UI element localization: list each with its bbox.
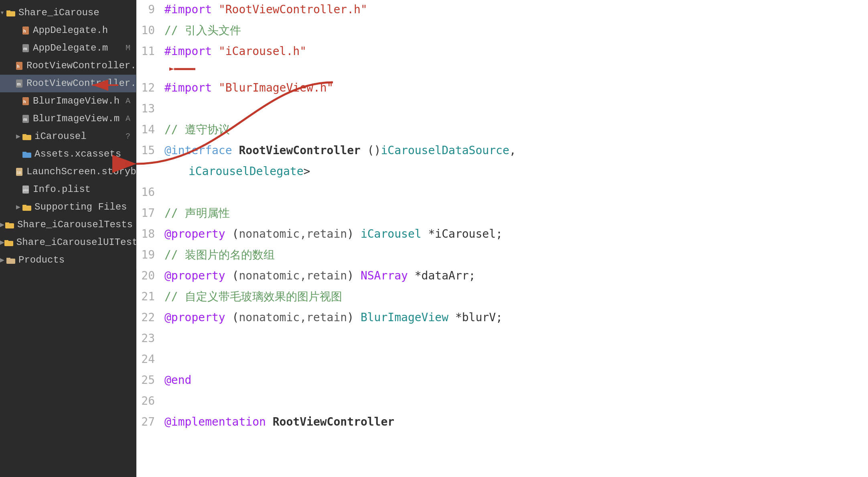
svg-text:m: m: [17, 82, 21, 86]
line-content: // 引入头文件: [164, 22, 868, 39]
file-icon-m3: m: [22, 115, 30, 123]
line-number: 13: [136, 100, 164, 117]
line-content: #import "BlurImageView.h": [164, 79, 868, 96]
line-number: 22: [136, 309, 164, 326]
line-number: 26: [136, 392, 164, 410]
code-line-25: 25 @end: [136, 371, 868, 391]
folder-icon-tests: [5, 221, 14, 228]
file-icon-h3: h: [22, 97, 30, 105]
file-icon-h2: h: [16, 62, 23, 70]
folder-icon-supporting: [22, 204, 31, 211]
line-number: 24: [136, 351, 164, 368]
sidebar-label: Share_iCarouse: [18, 6, 99, 20]
code-line-19: 19 // 装图片的名的数组: [136, 245, 868, 266]
line-number: 25: [136, 371, 164, 389]
sidebar-label: AppDelegate.m: [33, 41, 108, 55]
svg-rect-29: [6, 258, 10, 259]
svg-text:SB: SB: [16, 171, 21, 175]
folder-icon-products: [6, 257, 15, 264]
line-number: 16: [136, 183, 164, 201]
sidebar-label: RootViewController.m: [26, 76, 136, 91]
sidebar-item-assets[interactable]: Assets.xcassets: [0, 145, 136, 163]
line-number: 23: [136, 330, 164, 347]
sidebar-item-products[interactable]: ▶ Products: [0, 251, 136, 269]
disclosure-icarousel: ▶: [16, 131, 22, 142]
svg-rect-1: [6, 10, 10, 12]
code-line-16: 16: [136, 183, 868, 204]
sidebar-label: Share_iCarouselUITests: [16, 235, 136, 250]
line-number: 27: [136, 413, 164, 430]
line-content: @property (nonatomic,retain) NSArray *da…: [164, 267, 868, 284]
file-icon-h: h: [22, 26, 30, 35]
disclosure-tests: ▶: [0, 220, 5, 230]
svg-text:h: h: [23, 99, 26, 104]
sidebar-label: Assets.xcassets: [34, 147, 121, 161]
folder-icon-yellow: [6, 9, 15, 16]
sidebar-item-share-icarousel[interactable]: ▾ Share_iCarouse: [0, 4, 136, 22]
sidebar-label: Share_iCarouselTests: [17, 218, 133, 232]
code-line-18: 18 @property (nonatomic,retain) iCarouse…: [136, 224, 868, 245]
sidebar-label: Supporting Files: [34, 200, 127, 214]
badge-a3: A: [126, 95, 133, 107]
line-number: 12: [136, 79, 164, 96]
code-line-27: 27 @implementation RootViewController: [136, 412, 868, 433]
svg-text:plist: plist: [23, 188, 29, 192]
code-line-10: 10 // 引入头文件: [136, 21, 868, 42]
sidebar-item-blurimageview-m[interactable]: m BlurImageView.m A: [0, 110, 136, 128]
folder-icon-blue: [22, 151, 31, 158]
line-number: 17: [136, 204, 164, 222]
sidebar-item-appdelegate-h[interactable]: h AppDelegate.h: [0, 22, 136, 39]
file-icon-plist: plist: [22, 186, 30, 194]
sidebar-label: iCarousel: [34, 129, 87, 144]
sidebar-item-icarousel[interactable]: ▶ iCarousel ?: [0, 128, 136, 145]
sidebar-label: BlurImageView.h: [33, 94, 120, 108]
sidebar-item-appdelegate-m[interactable]: m AppDelegate.m M: [0, 39, 136, 57]
disclosure-supporting: ▶: [16, 202, 22, 213]
line-content: @end: [164, 371, 868, 389]
code-line-23: 23: [136, 329, 868, 350]
line-number: 21: [136, 288, 164, 305]
sidebar-item-rootviewcontroller-m[interactable]: m RootViewController.m A: [0, 75, 136, 92]
folder-icon-icarousel: [22, 133, 31, 140]
line-content: // 遵守协议: [164, 121, 868, 138]
file-icon-m2: m: [16, 80, 23, 88]
code-line-26: 26: [136, 391, 868, 412]
line-content: #import "RootViewController.h": [164, 1, 868, 18]
folder-icon-uitests: [4, 239, 13, 246]
disclosure-products: ▶: [0, 255, 6, 266]
sidebar-label: RootViewController.h: [26, 59, 136, 73]
line-number: 14: [136, 121, 164, 138]
line-content: [164, 330, 868, 347]
code-line-17: 17 // 声明属性: [136, 204, 868, 224]
svg-rect-15: [22, 134, 26, 136]
line-number: 9: [136, 1, 164, 18]
line-content: #import "iCarousel.h": [164, 43, 868, 77]
disclosure-share: ▾: [0, 8, 6, 18]
code-line-15-cont: iCarouselDelegate>: [136, 162, 868, 183]
code-line-15: 15 @interface RootViewController ()iCaro…: [136, 141, 868, 162]
badge-a4: A: [126, 113, 133, 125]
line-number: 15: [136, 142, 164, 159]
sidebar-item-rootviewcontroller-h[interactable]: h RootViewController.h A: [0, 57, 136, 75]
line-content: @interface RootViewController ()iCarouse…: [164, 142, 868, 159]
svg-text:m: m: [23, 46, 27, 51]
line-number: 10: [136, 22, 164, 39]
sidebar-item-infoplist[interactable]: plist Info.plist: [0, 181, 136, 198]
code-line-14: 14 // 遵守协议: [136, 120, 868, 141]
sidebar-label: BlurImageView.m: [33, 112, 120, 126]
line-content: // 装图片的名的数组: [164, 246, 868, 263]
sidebar-item-uitests[interactable]: ▶ Share_iCarouselUITests: [0, 234, 136, 251]
sidebar-item-blurimageview-h[interactable]: h BlurImageView.h A: [0, 92, 136, 110]
line-content: @implementation RootViewController: [164, 413, 868, 430]
sidebar-item-launchscreen[interactable]: SB LaunchScreen.storyboard: [0, 163, 136, 181]
svg-rect-27: [4, 240, 8, 242]
line-content: @property (nonatomic,retain) BlurImageVi…: [164, 309, 868, 326]
sidebar-label: LaunchScreen.storyboard: [26, 165, 136, 179]
arrow-to-carousel: [169, 61, 197, 77]
sidebar-item-supporting-files[interactable]: ▶ Supporting Files: [0, 198, 136, 216]
line-number: 19: [136, 246, 164, 263]
svg-text:h: h: [17, 64, 20, 69]
svg-rect-25: [5, 222, 9, 224]
sidebar-label: Products: [18, 253, 65, 267]
sidebar-item-tests[interactable]: ▶ Share_iCarouselTests: [0, 216, 136, 234]
